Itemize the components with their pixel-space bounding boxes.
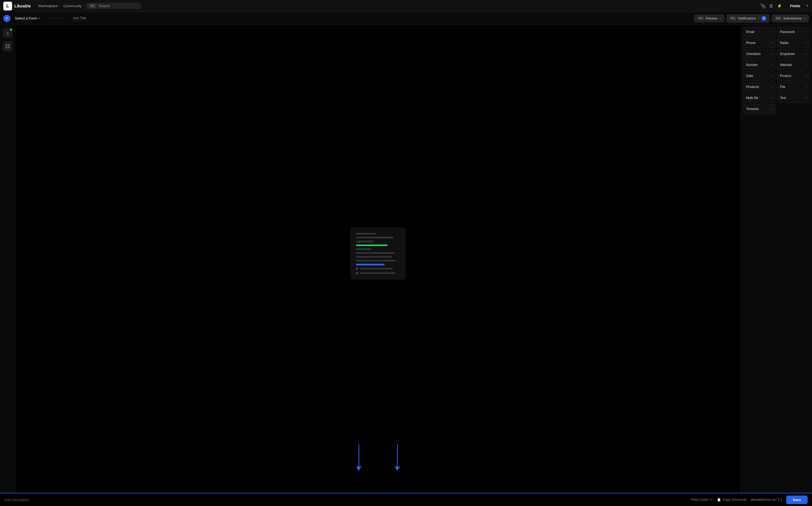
field-multifile-label: Multi-file [746, 96, 758, 100]
form-line-1 [356, 233, 376, 235]
preview-kbd: ⌘X [697, 16, 704, 20]
form-line-3 [356, 241, 374, 242]
field-count-label: Field Count +0 [691, 498, 712, 502]
submissions-label: Submissions [783, 16, 802, 20]
field-phone-label: Phone [746, 41, 756, 45]
fields-label: Fields [790, 4, 800, 8]
drag-icon-checkbox: ⠿ [771, 53, 773, 56]
add-field-icon[interactable]: + [806, 3, 809, 9]
logo-box: L [3, 2, 12, 10]
field-password[interactable]: Password ⠿ [777, 27, 810, 37]
drag-icon-password: ⠿ [805, 30, 807, 33]
tab-notifications[interactable]: ⌘E Notifications + 0 [726, 14, 770, 22]
add-description-link[interactable]: Add Description [4, 498, 30, 502]
drag-icon-multifile: ⠿ [771, 96, 773, 99]
select-form-dropdown[interactable]: Select a Form ▾ [13, 15, 42, 21]
lightning-icon[interactable]: ⚡ [777, 3, 782, 8]
form-line-5 [356, 248, 371, 250]
radio-dot-2 [356, 272, 358, 274]
field-dropdown[interactable]: Dropdown ⠿ [777, 49, 810, 59]
radio-label-2 [360, 272, 396, 274]
form-radio-row-1 [356, 268, 400, 270]
nav-icons: 📎 🗑 ⚡ [760, 3, 782, 8]
trash-icon[interactable]: 🗑 [769, 4, 774, 8]
select-form-caret: ▾ [38, 17, 39, 20]
drag-icon-radio: ⠿ [805, 41, 807, 45]
main-area: ⌂ [0, 25, 812, 493]
notifications-kbd: ⌘E [729, 16, 736, 20]
form-line-2 [356, 237, 393, 238]
field-website[interactable]: Website ⠿ [777, 60, 810, 70]
field-file-label: File [780, 85, 785, 89]
copy-icon: 📋 [717, 498, 721, 502]
field-password-label: Password [780, 30, 795, 34]
save-button[interactable]: Save [786, 496, 808, 504]
search-bar[interactable]: ⌘Z Search [86, 3, 141, 9]
field-checkbox[interactable]: Checkbox ⠿ [743, 49, 776, 59]
drag-icon-date: ⠿ [771, 75, 773, 78]
svg-rect-0 [5, 44, 7, 46]
field-count-value: +0 [709, 498, 713, 502]
field-radio[interactable]: Radio ⠿ [777, 38, 810, 48]
notifications-plus[interactable]: + [757, 16, 760, 21]
form-line-7 [356, 256, 392, 258]
left-sidebar: ⌂ [0, 25, 15, 493]
notification-badge: 0 [762, 16, 767, 21]
field-products[interactable]: Products ⠿ [743, 82, 776, 92]
field-date-label: Date [746, 74, 753, 78]
logo-letter: L [6, 4, 9, 8]
drag-icon-website: ⠿ [805, 64, 807, 67]
drag-icon-email: ⠿ [771, 30, 773, 33]
notifications-label: Notifications [738, 16, 756, 20]
add-form-button[interactable]: + [3, 15, 10, 22]
form-radio-row-2 [356, 272, 400, 274]
field-email[interactable]: Email ⠿ [743, 27, 776, 37]
form-line-green [356, 245, 388, 246]
logo-container[interactable]: L Likeable [3, 2, 31, 10]
arrow-head-right [394, 467, 400, 471]
field-number[interactable]: Number ⠿ [743, 60, 776, 70]
search-placeholder: Search [98, 4, 110, 8]
form-line-8 [356, 260, 396, 261]
field-text[interactable]: Text ⠿ [777, 93, 810, 103]
field-textarea-label: Textarea [746, 107, 759, 111]
sidebar-icon-home[interactable]: ⌂ [3, 28, 13, 38]
field-date[interactable]: Date ⠿ [743, 71, 776, 81]
dotted-divider [46, 18, 68, 18]
drag-icon-dropdown: ⠿ [805, 53, 807, 56]
arrow-shaft-right [397, 444, 398, 467]
tab-preview[interactable]: ⌘X Preview + [694, 15, 724, 22]
toolbar: + Select a Form ▾ Add Title ⌘X Preview +… [0, 12, 812, 25]
drag-icon-number: ⠿ [771, 64, 773, 67]
field-product-label: Product [780, 74, 791, 78]
field-textarea[interactable]: Textarea ⠿ [743, 104, 776, 114]
tab-submissions[interactable]: ⌘B Submissions + [772, 15, 809, 22]
sidebar-icon-grid[interactable] [3, 41, 13, 51]
field-product[interactable]: Product ⠿ [777, 71, 810, 81]
online-indicator [10, 28, 12, 31]
field-products-label: Products [746, 85, 759, 89]
field-phone[interactable]: Phone ⠿ [743, 38, 776, 48]
arrow-head-left [356, 467, 362, 471]
logo-name: Likeable [14, 4, 31, 8]
preview-plus[interactable]: + [719, 16, 721, 21]
arrow-left [356, 444, 362, 471]
copy-shortcode-button[interactable]: 📋 Copy Shortcode [717, 498, 746, 502]
field-number-label: Number [746, 63, 758, 67]
nav-community[interactable]: Community [64, 4, 82, 8]
canvas-area[interactable] [15, 25, 740, 493]
field-file[interactable]: File ⠿ [777, 82, 810, 92]
search-kbd: ⌘Z [89, 4, 96, 8]
svg-rect-2 [5, 47, 7, 49]
drag-icon-textarea: ⠿ [771, 107, 773, 110]
field-dropdown-label: Dropdown [780, 52, 795, 56]
right-panel: Email ⠿ Password ⠿ Phone ⠿ Radio ⠿ Check… [740, 25, 812, 493]
submissions-plus[interactable]: + [804, 16, 806, 21]
nav-marketplace[interactable]: Marketplace [38, 4, 58, 8]
add-title-label[interactable]: Add Title [73, 16, 87, 21]
svg-rect-3 [8, 47, 10, 49]
fields-grid: Email ⠿ Password ⠿ Phone ⠿ Radio ⠿ Check… [743, 27, 810, 114]
field-multifile[interactable]: Multi-file ⠿ [743, 93, 776, 103]
shortcode-value: [likeableforms id="1"] [751, 498, 782, 502]
clip-icon[interactable]: 📎 [760, 3, 766, 8]
